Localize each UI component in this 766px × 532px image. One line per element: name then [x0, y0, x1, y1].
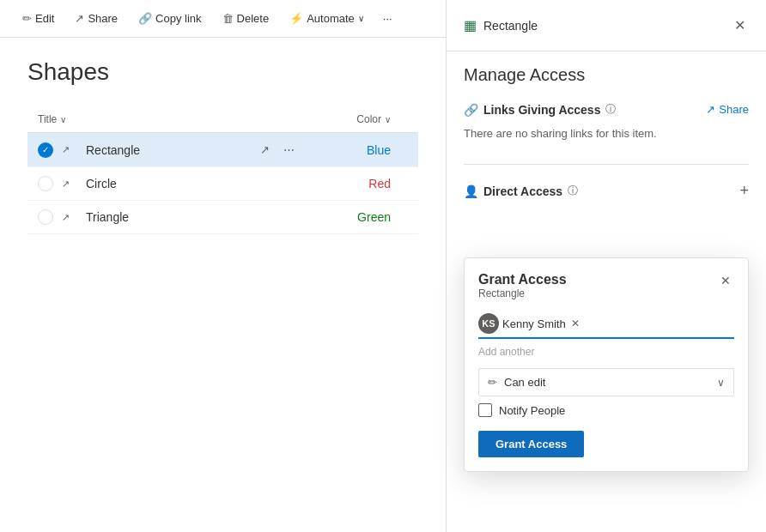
grant-access-close-button[interactable]: ✕	[717, 272, 734, 289]
grant-access-header: Grant Access Rectangle ✕	[465, 258, 748, 306]
chevron-down-icon: ∨	[717, 377, 725, 389]
links-giving-access-section: 🔗 Links Giving Access ⓘ ↗ Share There ar…	[464, 92, 749, 150]
person-chip-kenny-smith: KS Kenny Smith ✕	[478, 313, 581, 334]
edit-button[interactable]: ✏ Edit	[14, 7, 63, 30]
row-checkbox-rectangle[interactable]: ✓	[38, 142, 55, 158]
close-panel-button[interactable]: ✕	[731, 14, 749, 37]
right-panel: ▦ Rectangle ✕ Manage Access 🔗 Links Givi…	[447, 0, 766, 532]
check-circle-icon: ✓	[38, 142, 53, 158]
row-file-icon-circle: ↗	[62, 178, 79, 190]
delete-icon: 🗑	[222, 12, 234, 25]
color-sort-icon[interactable]: ∨	[385, 115, 391, 124]
direct-access-title-row: 👤 Direct Access ⓘ	[464, 184, 578, 198]
edit-icon: ✏	[22, 12, 32, 25]
row-color-circle: Red	[305, 177, 408, 190]
direct-access-info-icon[interactable]: ⓘ	[568, 184, 578, 198]
left-panel: ✏ Edit ↗ Share 🔗 Copy link 🗑 Delete ⚡ Au…	[0, 0, 447, 532]
grant-access-button[interactable]: Grant Access	[478, 431, 584, 457]
row-name-rectangle: Rectangle	[86, 143, 257, 157]
add-another-label: Add another	[478, 339, 734, 361]
manage-access-title: Manage Access	[447, 51, 766, 92]
add-direct-access-button[interactable]: +	[739, 182, 749, 200]
row-file-icon-triangle: ↗	[62, 212, 79, 223]
delete-button[interactable]: 🗑 Delete	[214, 7, 278, 30]
share-small-icon: ↗	[706, 103, 715, 116]
row-name-circle: Circle	[86, 177, 298, 190]
panel-filename: Rectangle	[483, 19, 538, 33]
links-title-row: 🔗 Links Giving Access ⓘ	[464, 102, 616, 117]
table-row[interactable]: ✓ ↗ Rectangle ↗ ⋯ Blue	[27, 133, 418, 167]
grant-access-title: Grant Access	[478, 272, 567, 287]
list-header: Title ∨ Color ∨	[27, 106, 418, 133]
grant-access-title-block: Grant Access Rectangle	[478, 272, 567, 299]
row-actions-rectangle: ↗ ⋯	[257, 142, 298, 158]
row-file-icon-rectangle: ↗	[62, 144, 79, 155]
file-icon: ▦	[464, 17, 477, 33]
notify-label: Notify People	[499, 404, 565, 417]
copy-link-icon: 🔗	[138, 12, 152, 25]
direct-access-section: 👤 Direct Access ⓘ +	[464, 172, 749, 207]
row-color-rectangle: Blue	[305, 143, 408, 157]
title-sort-icon[interactable]: ∨	[60, 115, 66, 124]
automate-button[interactable]: ⚡ Automate ∨	[281, 7, 373, 30]
automate-icon: ⚡	[289, 12, 303, 25]
panel-title-row: ▦ Rectangle	[464, 17, 538, 33]
table-row[interactable]: ↗ Circle Red	[27, 167, 418, 201]
panel-header: ▦ Rectangle ✕	[447, 0, 766, 51]
share-icon: ↗	[75, 12, 84, 25]
direct-access-header: 👤 Direct Access ⓘ +	[464, 172, 749, 207]
row-share-button-rectangle[interactable]: ↗	[257, 142, 273, 158]
title-column-header: Title ∨	[38, 113, 305, 125]
notify-row: Notify People	[478, 403, 734, 417]
content-area: Shapes Title ∨ Color ∨ ✓ ↗ Rectangle ↗ ⋯…	[0, 38, 446, 532]
permission-dropdown[interactable]: ✏ Can edit ∨	[478, 368, 734, 396]
row-color-triangle: Green	[305, 210, 408, 224]
share-button[interactable]: ↗ Share	[66, 7, 126, 30]
person-name: Kenny Smith	[502, 317, 566, 330]
chevron-down-icon: ∨	[358, 14, 364, 23]
people-chips-area: KS Kenny Smith ✕	[478, 306, 734, 339]
row-name-triangle: Triangle	[86, 210, 298, 224]
color-column-header: Color ∨	[305, 113, 408, 125]
permission-label: Can edit	[504, 376, 545, 389]
links-section-title: Links Giving Access	[483, 103, 600, 117]
person-avatar: KS	[478, 313, 499, 334]
chip-remove-button[interactable]: ✕	[569, 317, 581, 329]
section-divider	[464, 164, 749, 165]
table-row[interactable]: ↗ Triangle Green	[27, 201, 418, 234]
page-title: Shapes	[27, 58, 418, 86]
row-checkbox-circle[interactable]	[38, 176, 55, 191]
links-section-header: 🔗 Links Giving Access ⓘ ↗ Share	[464, 92, 749, 124]
edit-pencil-icon: ✏	[488, 376, 497, 389]
grant-access-body: KS Kenny Smith ✕ Add another ✏ Can edit …	[465, 306, 748, 471]
notify-checkbox[interactable]	[478, 403, 492, 417]
links-info-icon[interactable]: ⓘ	[605, 102, 616, 117]
toolbar: ✏ Edit ↗ Share 🔗 Copy link 🗑 Delete ⚡ Au…	[0, 0, 446, 38]
grant-access-overlay: Grant Access Rectangle ✕ KS Kenny Smith …	[464, 257, 749, 472]
grant-access-subtitle: Rectangle	[478, 287, 567, 299]
row-more-button-rectangle[interactable]: ⋯	[280, 142, 298, 158]
no-links-text: There are no sharing links for this item…	[464, 124, 749, 150]
direct-access-title: Direct Access	[483, 184, 562, 198]
permission-left: ✏ Can edit	[488, 376, 545, 389]
row-checkbox-triangle[interactable]	[38, 209, 55, 225]
copy-link-button[interactable]: 🔗 Copy link	[130, 7, 210, 30]
links-share-button[interactable]: ↗ Share	[706, 103, 749, 116]
more-button[interactable]: ···	[376, 7, 399, 30]
